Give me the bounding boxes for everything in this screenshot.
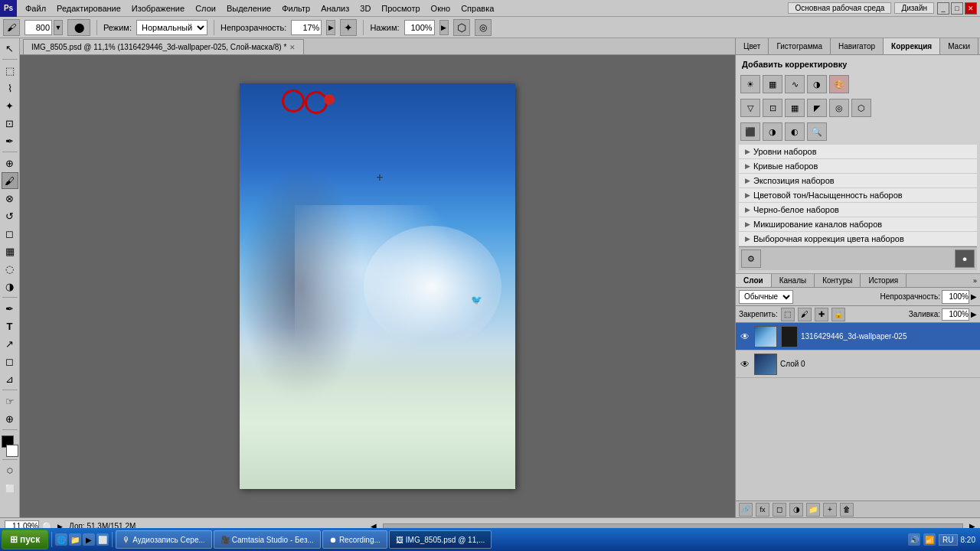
layer-row-0[interactable]: 👁 1316429446_3d-wallpaper-025	[736, 323, 980, 350]
menu-layers[interactable]: Слои	[190, 2, 221, 15]
correction-add-icon[interactable]: ●	[955, 249, 975, 268]
eraser-tool[interactable]: ◻	[2, 225, 18, 242]
channels-tab[interactable]: Каналы	[772, 274, 815, 287]
restore-button[interactable]: □	[951, 2, 963, 15]
hand-tool[interactable]: ☞	[2, 393, 18, 409]
correction-item-4[interactable]: ▶ Черно-белое наборов	[739, 203, 977, 217]
minimize-button[interactable]: _	[937, 2, 949, 15]
correction-item-5[interactable]: ▶ Микширование каналов наборов	[739, 217, 977, 232]
bw-icon[interactable]: ▦	[785, 99, 805, 117]
opacity-up[interactable]: ▶	[326, 20, 335, 35]
eyedropper-tool[interactable]: ✒	[2, 132, 18, 149]
lock-pixels-icon[interactable]: ⬚	[781, 308, 795, 321]
quick-select-tool[interactable]: ✦	[2, 97, 18, 114]
close-button[interactable]: ✕	[965, 2, 977, 15]
hsl-icon[interactable]: ▽	[740, 99, 760, 117]
blur-tool[interactable]: ◌	[2, 260, 18, 277]
fill-arrow[interactable]: ▶	[971, 310, 977, 318]
layers-tab[interactable]: Слои	[736, 274, 772, 287]
taskbar-camtasia[interactable]: 🎥 Camtasia Studio - Без...	[214, 530, 321, 549]
systray-icon-1[interactable]: 🔊	[908, 533, 920, 546]
layer-delete-icon[interactable]: 🗑	[840, 503, 854, 517]
gradient-tool[interactable]: ▦	[2, 243, 18, 259]
background-color[interactable]	[6, 445, 18, 457]
canvas-container[interactable]: 🐦 +	[20, 55, 735, 517]
brush-tool-icon[interactable]: 🖌	[3, 19, 20, 36]
menu-analysis[interactable]: Анализ	[315, 2, 354, 15]
layers-panel-collapse[interactable]: »	[973, 277, 977, 285]
channel-mix-icon[interactable]: ◤	[807, 99, 827, 117]
pen-tool[interactable]: ✒	[2, 300, 18, 317]
taskbar-icon-desktop[interactable]: ⬜	[96, 533, 109, 546]
mode-select[interactable]: Нормальный	[136, 20, 207, 35]
correction-item-6[interactable]: ▶ Выборочная коррекция цвета наборов	[739, 232, 977, 246]
lock-all-icon[interactable]: 🔒	[831, 308, 845, 321]
start-button[interactable]: ⊞ пуск	[2, 530, 48, 549]
navigator-tab[interactable]: Навигатор	[831, 38, 884, 54]
menu-select[interactable]: Выделение	[221, 2, 276, 15]
masks-tab[interactable]: Маски	[940, 38, 978, 54]
canvas-image[interactable]: 🐦	[240, 83, 515, 489]
posterize-icon[interactable]: ⬡	[851, 99, 871, 117]
menu-filter[interactable]: Фильтр	[276, 2, 315, 15]
layer-visibility-1[interactable]: 👁	[739, 358, 751, 370]
lock-paint-icon[interactable]: 🖌	[798, 308, 812, 321]
brush-size-up[interactable]: ▼	[54, 20, 63, 35]
layer-adjustment-icon[interactable]: ◑	[789, 503, 803, 517]
histogram-tab[interactable]: Гистограмма	[769, 38, 831, 54]
blend-mode-select[interactable]: Обычные	[739, 290, 793, 304]
taskbar-icon-folder[interactable]: 📁	[69, 533, 81, 546]
correction-item-0[interactable]: ▶ Уровни наборов	[739, 145, 977, 159]
paths-tab[interactable]: Контуры	[815, 274, 861, 287]
correction-settings-icon[interactable]: ⚙	[741, 249, 761, 268]
pressure-up[interactable]: ▶	[439, 20, 449, 35]
menu-file[interactable]: Файл	[20, 2, 51, 15]
design-button[interactable]: Дизайн	[894, 2, 934, 14]
document-tab[interactable]: IMG_8505.psd @ 11,1% (1316429446_3d-wall…	[23, 39, 304, 54]
taskbar-photoshop[interactable]: 🖼 IMG_8505.psd @ 11,...	[389, 530, 492, 549]
correction-tab[interactable]: Коррекция	[884, 38, 940, 54]
brush-tool active[interactable]: 🖌	[2, 172, 18, 189]
threshold-icon[interactable]: ⬛	[740, 122, 760, 141]
opacity-arrow[interactable]: ▶	[971, 292, 977, 301]
curves-icon[interactable]: ∿	[785, 75, 805, 93]
exposure-icon[interactable]: ◑	[807, 75, 827, 93]
menu-view[interactable]: Просмотр	[376, 2, 425, 15]
airbrush-icon[interactable]: ✦	[340, 19, 357, 36]
lookup-icon[interactable]: 🔍	[807, 122, 827, 141]
menu-3d[interactable]: 3D	[354, 2, 376, 15]
workspace-button[interactable]: Основная рабочая среда	[788, 2, 891, 14]
selective-color-icon[interactable]: ◐	[785, 122, 805, 141]
shape-tool[interactable]: ◻	[2, 353, 18, 370]
layer-group-icon[interactable]: 📁	[806, 503, 820, 517]
taskbar-icon-media[interactable]: ▶	[83, 533, 95, 546]
taskbar-recording[interactable]: ⏺ Recording...	[322, 530, 387, 549]
tablet-icon[interactable]: ⬡	[453, 19, 470, 36]
layer-link-icon[interactable]: 🔗	[739, 503, 753, 517]
opacity-input[interactable]	[291, 20, 322, 35]
dodge-tool[interactable]: ◑	[2, 278, 18, 295]
text-tool[interactable]: T	[2, 318, 18, 334]
move-tool[interactable]: ↖	[2, 40, 18, 57]
pressure-input[interactable]	[404, 20, 435, 35]
taskbar-icon-ie[interactable]: 🌐	[55, 533, 67, 546]
gradient-map-icon[interactable]: ◑	[763, 122, 782, 141]
correction-item-2[interactable]: ▶ Экспозиция наборов	[739, 174, 977, 188]
layer-row-1[interactable]: 👁 Слой 0	[736, 350, 980, 378]
layer-fx-icon[interactable]: fx	[756, 503, 769, 517]
color-balance-icon[interactable]: ⊡	[763, 99, 782, 117]
fill-input[interactable]	[942, 308, 969, 321]
clone-tool[interactable]: ⊗	[2, 190, 18, 207]
screen-mode[interactable]: ⬜	[2, 480, 18, 497]
layer-mask-icon[interactable]: ◻	[773, 503, 786, 517]
brush-picker-icon[interactable]: ⬤	[67, 19, 90, 36]
smooth-icon[interactable]: ◎	[475, 19, 492, 36]
lasso-tool[interactable]: ⌇	[2, 80, 18, 96]
lock-position-icon[interactable]: ✚	[815, 308, 828, 321]
vibrance-icon[interactable]: 🎨	[829, 75, 849, 93]
color-tab[interactable]: Цвет	[736, 38, 769, 54]
taskbar-audiozapis[interactable]: 🎙 Аудиозапись Сере...	[116, 530, 211, 549]
levels-icon[interactable]: ▦	[763, 75, 782, 93]
menu-edit[interactable]: Редактирование	[51, 2, 126, 15]
quick-mask-toggle[interactable]: ⬡	[2, 462, 18, 479]
